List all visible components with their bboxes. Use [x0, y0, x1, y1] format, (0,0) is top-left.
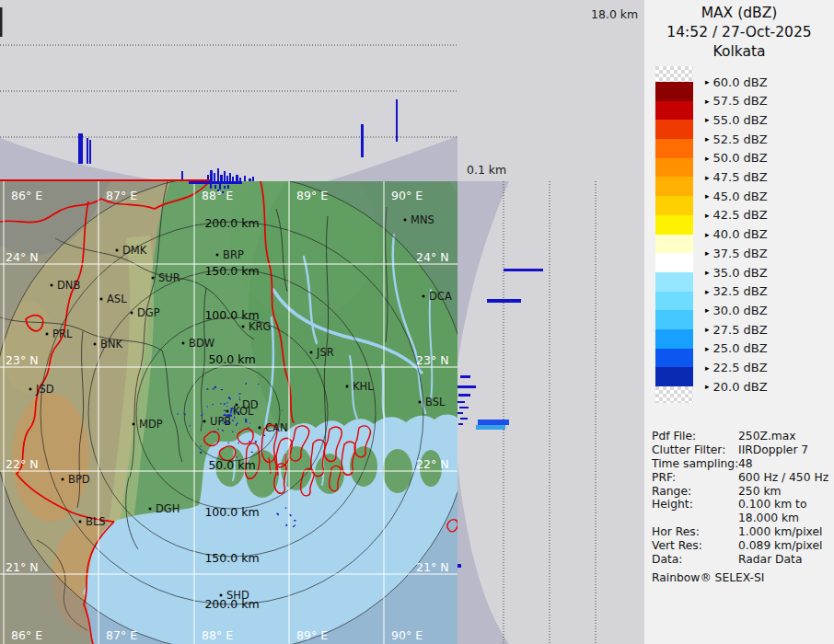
- metadata-label: Data:: [652, 553, 738, 567]
- city-dot-BPD: [62, 478, 64, 481]
- top-panel-gridlines: [0, 45, 458, 137]
- lat-label: 22° N: [416, 457, 448, 471]
- lon-label: 89° E: [296, 189, 328, 202]
- city-label-BSL: BSL: [425, 396, 446, 408]
- city-dot-SHD: [220, 594, 223, 597]
- lat-label: 23° N: [416, 353, 448, 367]
- ring-label: 200.0 km: [204, 216, 259, 230]
- metadata-row: Time sampling:48: [652, 457, 832, 471]
- top-panel-echoes: [78, 99, 398, 181]
- metadata-rows: Pdf File:250Z.maxClutter Filter:IIRDoppl…: [652, 430, 832, 567]
- city-label-KOL: KOL: [233, 405, 254, 418]
- metadata-label: Height:: [652, 498, 738, 512]
- metadata-row: Hor Res:1.000 km/pixel: [652, 525, 832, 539]
- dbz-label-20.0: ▸20.0 dBZ: [705, 379, 768, 394]
- tick-arrow-icon: ▸: [705, 77, 710, 86]
- city-label-MDP: MDP: [139, 418, 163, 431]
- metadata-row: Range:250 km: [652, 485, 832, 499]
- city-label-DMK: DMK: [122, 244, 147, 257]
- metadata-label: Range:: [652, 485, 738, 499]
- dbz-label-57.5: ▸57.5 dBZ: [705, 94, 768, 109]
- product-name: MAX (dBZ): [644, 4, 834, 23]
- radar-map: 200.0 km150.0 km100.0 km50.0 km50.0 km10…: [0, 181, 458, 644]
- swatch-10: [655, 272, 693, 292]
- dbz-colorbar: [655, 66, 693, 403]
- dbz-label-30.0: ▸30.0 dBZ: [705, 303, 768, 317]
- city-label-JSD: JSD: [35, 383, 54, 396]
- dbz-label-47.5: ▸47.5 dBZ: [705, 170, 768, 185]
- dbz-label-22.5: ▸22.5 dBZ: [705, 361, 768, 375]
- city-dot-CAN: [259, 427, 261, 430]
- city-label-KRG: KRG: [249, 320, 271, 333]
- city-dot-BRP: [216, 254, 219, 257]
- lon-label: 90° E: [391, 189, 423, 202]
- dbz-label-60.0: ▸60.0 dBZ: [705, 75, 768, 89]
- metadata-label: Pdf File:: [652, 430, 738, 443]
- metadata-label: Clutter Filter:: [652, 443, 738, 457]
- metadata-label: [652, 512, 738, 525]
- city-label-CAN: CAN: [265, 421, 288, 434]
- city-dot-BNK: [94, 343, 97, 346]
- city-label-MNS: MNS: [411, 213, 434, 226]
- tick-arrow-icon: ▸: [705, 325, 710, 334]
- map-canvas: 200.0 km150.0 km100.0 km50.0 km50.0 km10…: [0, 181, 458, 644]
- lon-label: 86° E: [11, 189, 42, 202]
- city-dot-BLS: [79, 521, 82, 523]
- metadata-row: 18.000 km: [652, 512, 832, 525]
- tick-arrow-icon: ▸: [705, 230, 710, 239]
- ring-label: 50.0 km: [208, 458, 255, 472]
- dbz-label-55.0: ▸55.0 dBZ: [705, 112, 768, 127]
- tick-arrow-icon: ▸: [705, 382, 710, 391]
- lat-label: 24° N: [416, 250, 448, 264]
- city-dot-KOL: [226, 410, 229, 413]
- radar-display-window: 18.0 km 0.1 km: [0, 0, 834, 644]
- swatch-12: [655, 310, 693, 329]
- side-panel-echoes: [458, 269, 543, 568]
- city-dot-KRG: [242, 326, 245, 328]
- city-label-BPD: BPD: [68, 473, 90, 486]
- tick-arrow-icon: ▸: [705, 305, 710, 315]
- coverage-wedge-top: [458, 181, 509, 363]
- swatch-13: [655, 329, 693, 349]
- city-dot-MDP: [133, 423, 135, 426]
- lat-label: 21° N: [416, 560, 448, 574]
- swatch-0: [655, 82, 693, 101]
- city-label-BRP: BRP: [223, 248, 244, 261]
- city-label-ASL: ASL: [107, 293, 127, 305]
- lat-label: 23° N: [6, 353, 38, 367]
- coverage-wedge-right: [327, 136, 458, 181]
- top-panel-canvas: [0, 0, 458, 181]
- city-label-DGP: DGP: [137, 306, 160, 319]
- city-dot-SUR: [152, 277, 155, 280]
- lon-label: 87° E: [106, 189, 137, 202]
- axis-tick: [0, 7, 3, 37]
- city-dot-JSR: [310, 351, 313, 354]
- metadata-value: Radar Data: [738, 553, 802, 567]
- metadata-value: IIRDoppler 7: [738, 443, 808, 457]
- tick-arrow-icon: ▸: [705, 97, 710, 106]
- city-dot-DCA: [423, 295, 425, 298]
- ring-label: 50.0 km: [208, 352, 255, 366]
- product-header: MAX (dBZ) 14:52 / 27-Oct-2025 Kolkata: [644, 4, 834, 62]
- swatch-5: [655, 177, 693, 196]
- city-dot-UPB: [203, 420, 206, 423]
- ring-label: 150.0 km: [204, 264, 259, 278]
- side-panel-gridlines: [504, 181, 596, 644]
- metadata-label: Time sampling:: [652, 457, 738, 471]
- city-dot-JSD: [29, 388, 32, 391]
- lat-label: 24° N: [6, 250, 38, 264]
- side-panel-canvas: [458, 181, 644, 644]
- tick-arrow-icon: ▸: [705, 154, 710, 163]
- metadata-value: 18.000 km: [738, 512, 799, 525]
- coverage-wedge-bottom: [458, 465, 509, 644]
- city-dot-BDW: [182, 342, 185, 345]
- metadata-row: Pdf File:250Z.max: [652, 430, 832, 443]
- dbz-label-40.0: ▸40.0 dBZ: [705, 227, 768, 242]
- metadata-value: 250Z.max: [738, 430, 796, 443]
- height-axis-corner: 18.0 km 0.1 km: [458, 0, 644, 181]
- city-dot-ASL: [100, 298, 103, 301]
- metadata-row: Data:Radar Data: [652, 553, 832, 567]
- tick-arrow-icon: ▸: [705, 115, 710, 124]
- city-dot-MNS: [404, 219, 407, 222]
- tick-arrow-icon: ▸: [705, 363, 710, 373]
